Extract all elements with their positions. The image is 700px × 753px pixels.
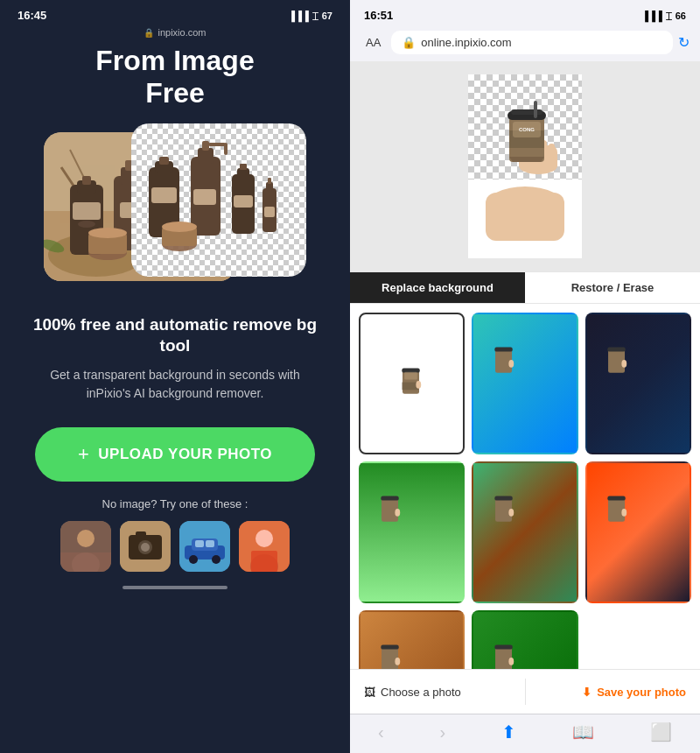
svg-point-53 <box>77 530 94 547</box>
bg-option-dark-green[interactable] <box>472 610 578 669</box>
svg-rect-50 <box>268 178 271 184</box>
background-options-grid <box>350 304 700 669</box>
product-images <box>44 123 306 299</box>
bg-option-blue-teal[interactable] <box>472 313 578 454</box>
svg-rect-90 <box>402 382 418 390</box>
svg-rect-60 <box>136 531 146 537</box>
right-wifi-icon: ⌶ <box>666 11 672 21</box>
right-url-bar: AA 🔒 online.inpixio.com ↻ <box>350 25 700 61</box>
svg-rect-66 <box>195 540 204 547</box>
image-preview-area: CONG <box>350 61 700 271</box>
svg-marker-79 <box>509 157 544 162</box>
left-time: 16:45 <box>18 9 46 22</box>
svg-rect-94 <box>494 348 512 352</box>
sample-thumb-person2[interactable] <box>239 521 290 572</box>
home-indicator <box>122 586 228 589</box>
share-button[interactable]: ⬆ <box>501 721 516 742</box>
aa-text[interactable]: AA <box>360 36 386 49</box>
checker-preview-bottom <box>468 179 582 258</box>
svg-point-113 <box>508 658 514 665</box>
bg-grid <box>359 313 691 669</box>
svg-rect-111 <box>495 647 512 669</box>
upload-photo-button[interactable]: + UPLOAD YOUR PHOTO <box>35 427 315 482</box>
svg-rect-71 <box>251 551 277 572</box>
left-url-bar: 🔒 inpixio.com <box>144 27 206 38</box>
svg-rect-85 <box>534 101 537 118</box>
svg-text:CONG: CONG <box>519 127 535 132</box>
svg-rect-91 <box>404 372 417 380</box>
svg-rect-38 <box>208 143 226 146</box>
checker-preview-top: CONG <box>468 74 582 179</box>
svg-rect-89 <box>402 368 419 372</box>
tagline-bold: 100% free and automatic remove bg tool <box>0 314 350 357</box>
bg-option-transparent[interactable] <box>359 313 465 454</box>
bg-option-dark-blue[interactable] <box>585 313 691 454</box>
right-battery-icon: 66 <box>676 11 686 21</box>
svg-rect-100 <box>381 496 398 500</box>
sample-thumb-car[interactable] <box>179 521 230 572</box>
svg-rect-109 <box>381 644 398 649</box>
svg-rect-67 <box>206 540 214 547</box>
right-url-text: online.inpixio.com <box>421 36 511 49</box>
svg-rect-55 <box>60 552 111 572</box>
svg-point-92 <box>416 381 421 389</box>
svg-rect-106 <box>607 496 625 500</box>
svg-rect-43 <box>240 164 247 170</box>
coffee-cup-svg: CONG <box>490 97 560 176</box>
sample-thumb-person[interactable] <box>60 521 111 572</box>
bottom-actions: 🖼 Choose a photo ⬇ Save your photo <box>350 669 700 714</box>
svg-point-107 <box>621 509 626 517</box>
lock-icon: 🔒 <box>144 28 154 38</box>
bg-option-fire[interactable] <box>585 461 691 603</box>
left-url-text: inpixio.com <box>158 27 206 38</box>
editor-area: CONG Replace background Restore / Erase <box>350 61 700 714</box>
choose-photo-label: Choose a photo <box>381 686 461 699</box>
left-heading: From Image Free <box>78 45 271 109</box>
svg-point-27 <box>88 228 127 238</box>
product-fg-card <box>131 123 306 277</box>
svg-rect-87 <box>486 193 564 241</box>
right-time: 16:51 <box>364 9 393 22</box>
tab-restore-erase[interactable]: Restore / Erase <box>525 272 700 303</box>
svg-point-59 <box>141 543 150 552</box>
svg-rect-51 <box>264 207 275 217</box>
svg-rect-81 <box>511 109 542 115</box>
left-status-bar: 16:45 ▐▐▐ ⌶ 67 <box>0 0 350 25</box>
save-photo-button[interactable]: ⬇ Save your photo <box>526 686 687 699</box>
svg-point-65 <box>212 555 220 564</box>
url-text-box[interactable]: 🔒 online.inpixio.com <box>391 31 673 54</box>
bg-option-forest[interactable] <box>472 461 578 603</box>
bg-option-brown[interactable] <box>359 610 465 669</box>
tabs-button[interactable]: ⬜ <box>650 721 672 742</box>
svg-point-64 <box>189 555 198 564</box>
svg-point-9 <box>78 221 95 228</box>
svg-rect-103 <box>494 496 512 500</box>
save-photo-label: Save your photo <box>597 686 686 699</box>
lock-icon-right: 🔒 <box>402 36 416 49</box>
svg-point-95 <box>508 360 514 368</box>
choose-photo-button[interactable]: 🖼 Choose a photo <box>364 686 525 699</box>
bookmarks-button[interactable]: 📖 <box>572 721 594 742</box>
tab-replace-background[interactable]: Replace background <box>350 272 525 303</box>
right-status-icons: ▐▐▐ ⌶ 66 <box>641 11 686 21</box>
right-phone: 16:51 ▐▐▐ ⌶ 66 AA 🔒 online.inpixio.com ↻ <box>350 0 700 753</box>
bg-option-green[interactable] <box>359 461 465 603</box>
signal-icon: ▐▐▐ <box>288 11 308 21</box>
image-icon: 🖼 <box>364 686 375 699</box>
safari-nav-bar: ‹ › ⬆ 📖 ⬜ <box>350 714 700 753</box>
svg-rect-108 <box>382 647 398 669</box>
back-button[interactable]: ‹ <box>378 722 384 742</box>
preview-image-frame: CONG <box>468 74 582 258</box>
svg-rect-8 <box>82 176 91 185</box>
upload-btn-label: UPLOAD YOUR PHOTO <box>98 446 272 463</box>
sample-thumb-camera[interactable] <box>120 521 171 572</box>
svg-point-98 <box>621 360 626 368</box>
right-status-bar: 16:51 ▐▐▐ ⌶ 66 <box>350 0 700 25</box>
svg-rect-112 <box>494 644 512 649</box>
reload-button[interactable]: ↻ <box>678 34 690 51</box>
svg-rect-37 <box>202 141 209 151</box>
svg-rect-97 <box>607 348 625 352</box>
no-image-text: No image? Try one of these : <box>102 497 248 510</box>
svg-rect-40 <box>193 189 216 205</box>
svg-point-101 <box>396 509 401 517</box>
